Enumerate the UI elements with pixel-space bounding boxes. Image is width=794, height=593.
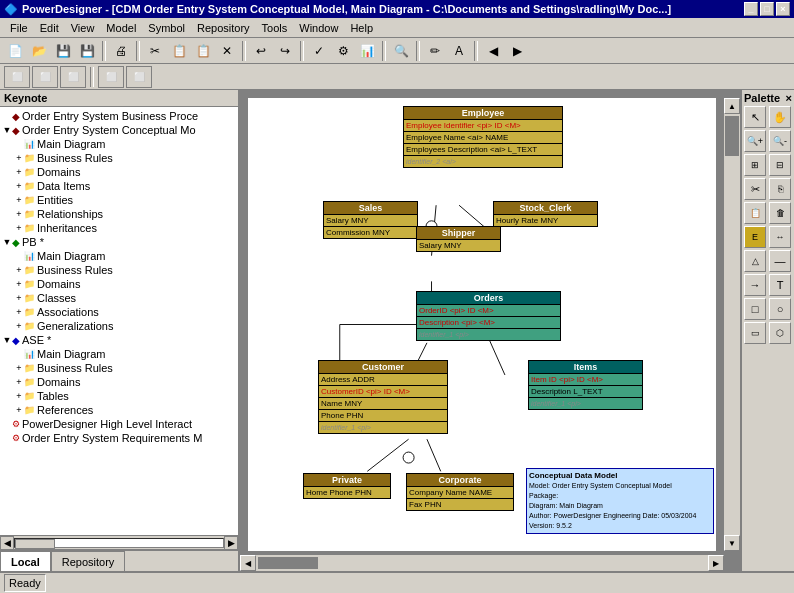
tool-hand[interactable]: ✋: [769, 106, 791, 128]
pen-button[interactable]: ✏: [424, 40, 446, 62]
entity-sales[interactable]: Sales Salary MNY Commission MNY: [323, 201, 418, 239]
tool-arrow[interactable]: →: [744, 274, 766, 296]
tool-cut[interactable]: ✂: [744, 178, 766, 200]
tool-zoom-fit[interactable]: ⊞: [744, 154, 766, 176]
tool-ellipse[interactable]: ○: [769, 298, 791, 320]
tree-item-pb[interactable]: ▼ ◆ PB *: [2, 235, 236, 249]
tree-scrollbar[interactable]: ◀ ▶: [0, 535, 238, 549]
tool-zoom-out[interactable]: 🔍-: [769, 130, 791, 152]
scroll-thumb-v[interactable]: [725, 116, 739, 156]
menu-edit[interactable]: Edit: [34, 20, 65, 36]
tool-relationship[interactable]: ↔: [769, 226, 791, 248]
delete-button[interactable]: ✕: [216, 40, 238, 62]
tree-item-pb-business[interactable]: + 📁 Business Rules: [2, 263, 236, 277]
scroll-down-btn[interactable]: ▼: [724, 535, 740, 551]
h-scrollbar[interactable]: ◀ ▶: [240, 555, 724, 571]
tree-item-pb-generalizations[interactable]: + 📁 Generalizations: [2, 319, 236, 333]
minimize-button[interactable]: _: [744, 2, 758, 16]
palette-close[interactable]: ×: [786, 92, 792, 104]
scroll-thumb-h[interactable]: [258, 557, 318, 569]
tree-item-pb-classes[interactable]: + 📁 Classes: [2, 291, 236, 305]
tree-item-relationships[interactable]: + 📁 Relationships: [2, 207, 236, 221]
tree-item-order-req[interactable]: ⚙ Order Entry System Requirements M: [2, 431, 236, 445]
tab-repository[interactable]: Repository: [51, 551, 126, 571]
tool-rounded-rect[interactable]: ▭: [744, 322, 766, 344]
menu-help[interactable]: Help: [344, 20, 379, 36]
generate-button[interactable]: ⚙: [332, 40, 354, 62]
check-button[interactable]: ✓: [308, 40, 330, 62]
btn2-3[interactable]: ⬜: [60, 66, 86, 88]
tree-item-data-items[interactable]: + 📁 Data Items: [2, 179, 236, 193]
tree-item-domains[interactable]: + 📁 Domains: [2, 165, 236, 179]
tool-zoom-in[interactable]: 🔍+: [744, 130, 766, 152]
print-button[interactable]: 🖨: [110, 40, 132, 62]
tree-item-pb-main[interactable]: 📊 Main Diagram: [2, 249, 236, 263]
tree-item-ase[interactable]: ▼ ◆ ASE *: [2, 333, 236, 347]
tree-item-pd-high[interactable]: ⚙ PowerDesigner High Level Interact: [2, 417, 236, 431]
paste-button[interactable]: 📋: [192, 40, 214, 62]
entity-employee[interactable]: Employee Employee Identifier <pi> ID <M>…: [403, 106, 563, 168]
save-button[interactable]: 💾: [52, 40, 74, 62]
scroll-left-btn[interactable]: ◀: [240, 555, 256, 571]
tool-entity[interactable]: E: [744, 226, 766, 248]
close-button[interactable]: ×: [776, 2, 790, 16]
tool-paste[interactable]: 📋: [744, 202, 766, 224]
menu-model[interactable]: Model: [100, 20, 142, 36]
next-button[interactable]: ▶: [506, 40, 528, 62]
btn2-2[interactable]: ⬜: [32, 66, 58, 88]
tree-item-entities[interactable]: + 📁 Entities: [2, 193, 236, 207]
maximize-button[interactable]: □: [760, 2, 774, 16]
tool-copy[interactable]: ⎘: [769, 178, 791, 200]
tool-zoom-page[interactable]: ⊟: [769, 154, 791, 176]
new-button[interactable]: 📄: [4, 40, 26, 62]
tree-item-order-conceptual[interactable]: ▼ ◆ Order Entry System Conceptual Mo: [2, 123, 236, 137]
scroll-right-btn[interactable]: ▶: [708, 555, 724, 571]
tool-polygon[interactable]: ⬡: [769, 322, 791, 344]
save-all-button[interactable]: 💾: [76, 40, 98, 62]
entity-customer[interactable]: Customer Address ADDR CustomerID <pi> ID…: [318, 360, 448, 434]
scroll-thumb[interactable]: [15, 539, 55, 549]
tool-inheritance[interactable]: △: [744, 250, 766, 272]
menu-file[interactable]: File: [4, 20, 34, 36]
report-button[interactable]: 📊: [356, 40, 378, 62]
tool-line[interactable]: —: [769, 250, 791, 272]
tree-item-ase-main[interactable]: 📊 Main Diagram: [2, 347, 236, 361]
tool-rect[interactable]: □: [744, 298, 766, 320]
entity-stock-clerk[interactable]: Stock_Clerk Hourly Rate MNY: [493, 201, 598, 227]
tree-item-main-diagram[interactable]: 📊 Main Diagram: [2, 137, 236, 151]
scroll-right[interactable]: ▶: [224, 536, 238, 550]
btn2-5[interactable]: ⬜: [126, 66, 152, 88]
menu-view[interactable]: View: [65, 20, 101, 36]
btn2-4[interactable]: ⬜: [98, 66, 124, 88]
redo-button[interactable]: ↪: [274, 40, 296, 62]
tree-item-pb-domains[interactable]: + 📁 Domains: [2, 277, 236, 291]
diagram-canvas[interactable]: Employee Employee Identifier <pi> ID <M>…: [248, 98, 716, 551]
copy-button[interactable]: 📋: [168, 40, 190, 62]
tab-local[interactable]: Local: [0, 551, 51, 571]
prev-button[interactable]: ◀: [482, 40, 504, 62]
entity-corporate[interactable]: Corporate Company Name NAME Fax PHN: [406, 473, 514, 511]
text-button[interactable]: A: [448, 40, 470, 62]
canvas-area[interactable]: Employee Employee Identifier <pi> ID <M>…: [240, 90, 740, 571]
tool-pointer[interactable]: ↖: [744, 106, 766, 128]
entity-private[interactable]: Private Home Phone PHN: [303, 473, 391, 499]
tree-item-ase-domains[interactable]: + 📁 Domains: [2, 375, 236, 389]
open-button[interactable]: 📂: [28, 40, 50, 62]
btn2-1[interactable]: ⬜: [4, 66, 30, 88]
v-scrollbar[interactable]: ▲ ▼: [724, 98, 740, 551]
tree-item-business-rules[interactable]: + 📁 Business Rules: [2, 151, 236, 165]
menu-window[interactable]: Window: [293, 20, 344, 36]
tree-item-ase-references[interactable]: + 📁 References: [2, 403, 236, 417]
tree-item-inheritances[interactable]: + 📁 Inheritances: [2, 221, 236, 235]
menu-repository[interactable]: Repository: [191, 20, 256, 36]
tree-item-ase-tables[interactable]: + 📁 Tables: [2, 389, 236, 403]
tree-item-ase-business[interactable]: + 📁 Business Rules: [2, 361, 236, 375]
entity-orders[interactable]: Orders OrderID <pi> ID <M> Description <…: [416, 291, 561, 341]
tool-delete[interactable]: 🗑: [769, 202, 791, 224]
menu-symbol[interactable]: Symbol: [142, 20, 191, 36]
undo-button[interactable]: ↩: [250, 40, 272, 62]
scroll-left[interactable]: ◀: [0, 536, 14, 550]
tree-item-pb-associations[interactable]: + 📁 Associations: [2, 305, 236, 319]
scroll-up-btn[interactable]: ▲: [724, 98, 740, 114]
entity-shipper[interactable]: Shipper Salary MNY: [416, 226, 501, 252]
